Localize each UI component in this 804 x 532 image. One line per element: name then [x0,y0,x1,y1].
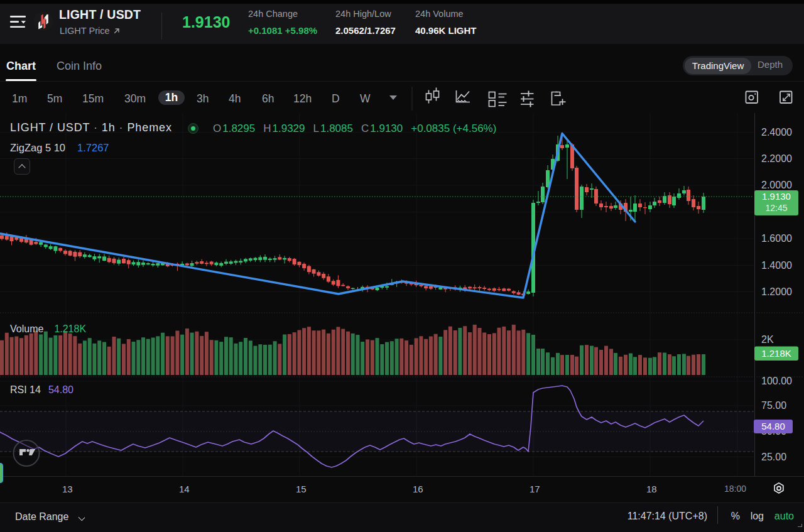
svg-text:12:45: 12:45 [765,203,787,213]
svg-text:100.00: 100.00 [761,376,792,386]
svg-text:1.6000: 1.6000 [761,233,792,244]
svg-text:1.4000: 1.4000 [761,260,792,271]
svg-text:2.2000: 2.2000 [761,153,792,164]
svg-text:2K: 2K [761,334,774,345]
svg-text:2.0000: 2.0000 [761,180,792,190]
svg-text:2.4000: 2.4000 [761,127,792,138]
svg-text:75.00: 75.00 [761,400,786,411]
svg-text:25.00: 25.00 [761,452,786,462]
svg-text:54.80: 54.80 [761,421,785,432]
svg-text:1.9130: 1.9130 [762,191,791,202]
svg-text:1.218K: 1.218K [761,348,791,359]
svg-text:1.2000: 1.2000 [761,286,792,297]
